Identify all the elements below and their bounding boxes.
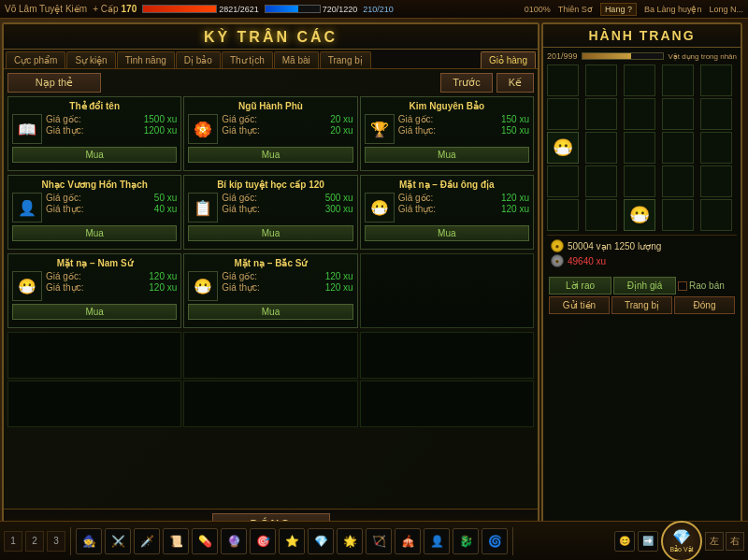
inv-slot-16[interactable] bbox=[585, 165, 617, 197]
nap-the-button[interactable]: Nạp thẻ bbox=[7, 73, 101, 93]
trang-bi-button[interactable]: Trang bị bbox=[611, 296, 672, 314]
gold-coin-icon: ● bbox=[551, 239, 564, 252]
taskbar-divider-1 bbox=[70, 527, 71, 555]
tab-trang-bi[interactable]: Trang bị bbox=[320, 51, 371, 68]
inv-slot-0[interactable] bbox=[547, 65, 579, 96]
inv-slot-7[interactable] bbox=[624, 98, 655, 130]
buy-btn-4[interactable]: Mua bbox=[188, 225, 352, 241]
item-details-2: Giá gốc: 150 xu Giá thực: 150 xu bbox=[398, 114, 529, 136]
item-icon-5: 😷 bbox=[365, 193, 395, 223]
gui-tien-button[interactable]: Gửi tiền bbox=[549, 296, 610, 314]
price-thuc-row-5: Giá thực: 120 xu bbox=[398, 204, 529, 214]
inv-slot-1[interactable] bbox=[585, 65, 617, 96]
task-slot-5[interactable]: 🔮 bbox=[221, 528, 247, 554]
task-slot-8[interactable]: 💎 bbox=[308, 528, 334, 554]
dinh-gia-button[interactable]: Định giá bbox=[613, 277, 676, 294]
price-goc-row-4: Giá gốc: 500 xu bbox=[222, 193, 352, 203]
item-body-1: 🏵️ Giá gốc: 20 xu Giá thực: 20 xu bbox=[188, 114, 352, 144]
price-thuc-label-7: Giá thực: bbox=[222, 282, 259, 293]
buy-btn-7[interactable]: Mua bbox=[188, 304, 352, 320]
dong-button[interactable]: Đóng bbox=[674, 296, 735, 314]
next-button[interactable]: Kế bbox=[496, 73, 534, 93]
taskbar-divider-2 bbox=[512, 527, 513, 555]
inv-slot-18[interactable] bbox=[662, 165, 694, 197]
item-body-5: 😷 Giá gốc: 120 xu Giá thực: 120 xu bbox=[365, 193, 529, 223]
price-goc-label-0: Giá gốc: bbox=[46, 114, 81, 124]
hp-bar bbox=[142, 5, 217, 13]
task-slot-13[interactable]: 🐉 bbox=[453, 528, 479, 554]
task-num-1[interactable]: 1 bbox=[4, 531, 22, 552]
task-slot-2[interactable]: 🗡️ bbox=[134, 528, 160, 554]
tab-ma-bai[interactable]: Mã bài bbox=[274, 51, 319, 68]
slot-icon-22: 😷 bbox=[629, 205, 650, 225]
top-right: 0100% Thiên Sơ Hang ? Ba Làng huyện Long… bbox=[525, 3, 743, 16]
inv-slot-17[interactable] bbox=[624, 165, 655, 197]
prev-button[interactable]: Trước bbox=[440, 73, 492, 93]
tab-thu-tich[interactable]: Thư tịch bbox=[222, 51, 273, 68]
inv-slot-9[interactable] bbox=[700, 98, 732, 130]
inv-slot-11[interactable] bbox=[585, 132, 617, 164]
buy-btn-2[interactable]: Mua bbox=[365, 147, 529, 163]
inv-slot-12[interactable] bbox=[624, 132, 655, 164]
inv-slot-22[interactable]: 😷 bbox=[624, 199, 655, 231]
inv-slot-21[interactable] bbox=[585, 199, 617, 231]
task-slot-4[interactable]: 💊 bbox=[192, 528, 218, 554]
task-slot-3[interactable]: 📜 bbox=[163, 528, 189, 554]
mp-text: 720/1220 bbox=[323, 5, 358, 14]
tabs-row: Cực phẩm Sự kiện Tinh năng Dị bảo Thư tị… bbox=[4, 50, 538, 69]
inv-slot-13[interactable] bbox=[662, 132, 694, 164]
task-mini-0[interactable]: 😊 bbox=[614, 531, 635, 552]
buy-btn-5[interactable]: Mua bbox=[365, 225, 529, 241]
buy-btn-0[interactable]: Mua bbox=[12, 147, 177, 163]
buy-btn-6[interactable]: Mua bbox=[12, 304, 177, 320]
bao-vat-button[interactable]: 💎 Bảo Vật bbox=[661, 521, 702, 561]
inv-slot-5[interactable] bbox=[547, 98, 579, 130]
empty-cell-5 bbox=[360, 381, 534, 427]
loi-rao-button[interactable]: Lời rao bbox=[549, 277, 611, 294]
task-slot-11[interactable]: 🎪 bbox=[395, 528, 421, 554]
inv-slot-6[interactable] bbox=[585, 98, 617, 130]
tab-gio-hang[interactable]: Giỏ hàng bbox=[481, 51, 536, 68]
inv-slot-8[interactable] bbox=[662, 98, 694, 130]
tab-di-bao[interactable]: Dị bảo bbox=[176, 51, 221, 68]
task-slot-7[interactable]: ⭐ bbox=[279, 528, 305, 554]
price-thuc-label-1: Giá thực: bbox=[222, 125, 259, 136]
tab-cuc-pham[interactable]: Cực phẩm bbox=[6, 51, 65, 68]
level-section: + Cấp 170 bbox=[93, 4, 137, 14]
item-name-3: Nhạc Vương Hồn Thạch bbox=[12, 179, 177, 190]
rao-ban-checkbox[interactable] bbox=[678, 281, 687, 291]
inv-slot-24[interactable] bbox=[700, 199, 732, 231]
inv-slot-14[interactable] bbox=[700, 132, 732, 164]
task-num-3[interactable]: 3 bbox=[47, 531, 65, 552]
inv-slot-10[interactable]: 😷 bbox=[547, 132, 579, 164]
inv-bar-fill bbox=[583, 53, 631, 59]
task-num-2[interactable]: 2 bbox=[25, 531, 44, 552]
task-mini-1[interactable]: ➡️ bbox=[638, 531, 658, 552]
task-slot-14[interactable]: 🌀 bbox=[482, 528, 508, 554]
task-slot-6[interactable]: 🎯 bbox=[250, 528, 276, 554]
task-slot-0[interactable]: 🧙 bbox=[76, 528, 102, 554]
left-arrow-button[interactable]: 左 bbox=[705, 532, 724, 551]
task-slot-9[interactable]: 🌟 bbox=[337, 528, 363, 554]
inv-slot-4[interactable] bbox=[700, 65, 732, 96]
inv-stats: 201/999 Vật dụng trong nhân bbox=[547, 51, 737, 61]
task-slot-1[interactable]: ⚔️ bbox=[105, 528, 131, 554]
item-body-3: 👤 Giá gốc: 50 xu Giá thực: 40 xu bbox=[12, 193, 177, 223]
price-thuc-label-2: Giá thực: bbox=[398, 125, 436, 136]
inv-slot-23[interactable] bbox=[662, 199, 694, 231]
task-slot-10[interactable]: 🏹 bbox=[366, 528, 392, 554]
tab-tinh-nang[interactable]: Tinh năng bbox=[117, 51, 175, 68]
buy-btn-1[interactable]: Mua bbox=[188, 147, 352, 163]
inv-slot-2[interactable] bbox=[624, 65, 655, 96]
right-arrow-button[interactable]: 右 bbox=[726, 532, 744, 551]
tab-su-kien[interactable]: Sự kiện bbox=[66, 51, 115, 68]
buy-btn-3[interactable]: Mua bbox=[12, 225, 177, 241]
inv-slot-3[interactable] bbox=[662, 65, 694, 96]
inv-slot-20[interactable] bbox=[547, 199, 579, 231]
task-slot-12[interactable]: 👤 bbox=[424, 528, 450, 554]
price-thuc-row-3: Giá thực: 40 xu bbox=[46, 204, 177, 214]
inv-slot-19[interactable] bbox=[700, 165, 732, 197]
inv-slot-15[interactable] bbox=[547, 165, 579, 197]
item-name-5: Mặt nạ – Đầu ông địa bbox=[365, 179, 529, 190]
price-goc-val-2: 150 xu bbox=[501, 114, 529, 124]
